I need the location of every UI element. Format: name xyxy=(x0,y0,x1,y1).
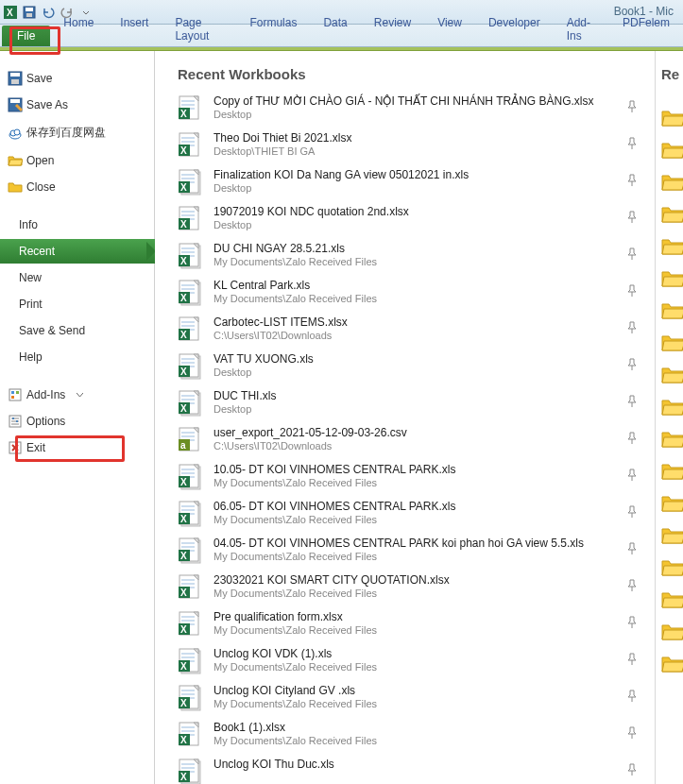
tab-view[interactable]: View xyxy=(424,12,475,46)
folder-icon[interactable] xyxy=(661,205,683,224)
folder-icon[interactable] xyxy=(661,398,683,417)
tab-home[interactable]: Home xyxy=(50,12,107,46)
pin-icon[interactable] xyxy=(624,689,640,704)
svg-rect-150 xyxy=(181,693,195,695)
pin-icon[interactable] xyxy=(624,320,640,335)
recent-item[interactable]: X 19072019 KOI NDC quotation 2nd.xlsx De… xyxy=(178,202,683,236)
tab-review[interactable]: Review xyxy=(361,12,424,46)
svg-rect-7 xyxy=(11,79,19,84)
folder-icon[interactable] xyxy=(661,141,683,160)
folder-icon[interactable] xyxy=(661,173,683,192)
recent-item[interactable]: X 10.05- DT KOI VINHOMES CENTRAL PARK.xl… xyxy=(178,460,683,494)
recent-item[interactable]: X DU CHI NGAY 28.5.21.xls My Documents\Z… xyxy=(178,239,683,273)
folder-icon[interactable] xyxy=(661,366,683,384)
pin-icon[interactable] xyxy=(624,578,640,593)
recent-item[interactable]: X Theo Doi Thiet Bi 2021.xlsx Desktop\TH… xyxy=(178,128,683,162)
sidebar-addins[interactable]: Add-Ins xyxy=(0,383,154,407)
sidebar-close[interactable]: Close xyxy=(0,175,154,199)
sidebar-exit[interactable]: Exit xyxy=(0,435,154,460)
pin-icon[interactable] xyxy=(624,173,640,188)
pin-icon[interactable] xyxy=(624,652,640,667)
tab-page-layout[interactable]: Page Layout xyxy=(162,12,236,46)
sidebar-save[interactable]: Save xyxy=(0,66,154,91)
pin-icon[interactable] xyxy=(624,468,640,483)
sidebar-save-as[interactable]: Save As xyxy=(0,93,154,117)
save-qat-icon[interactable] xyxy=(23,6,36,19)
folder-icon[interactable] xyxy=(661,109,683,128)
recent-item[interactable]: a user_export_2021-05-12-09-03-26.csv C:… xyxy=(178,423,683,457)
sidebar-recent[interactable]: Recent xyxy=(0,239,155,264)
folder-icon[interactable] xyxy=(661,526,683,545)
recent-item[interactable]: X KL Central Park.xls My Documents\Zalo … xyxy=(178,276,683,310)
recent-item-name: KL Central Park.xls xyxy=(213,279,377,293)
recent-item[interactable]: X Copy of THƯ MỜI CHÀO GIÁ - NỘI THẤT CH… xyxy=(178,92,683,126)
addins-dropdown-icon xyxy=(77,392,83,399)
pin-icon[interactable] xyxy=(624,136,640,151)
sidebar-print[interactable]: Print xyxy=(0,292,154,316)
tab-insert[interactable]: Insert xyxy=(107,12,162,46)
document-icon: X xyxy=(178,242,204,270)
tab-pdfelem[interactable]: PDFelem xyxy=(609,12,683,46)
folder-icon[interactable] xyxy=(661,622,683,641)
recent-item[interactable]: X 23032021 KOI SMART CITY QUOTATION.xlsx… xyxy=(178,571,683,605)
folder-icon[interactable] xyxy=(661,494,683,513)
pin-icon[interactable] xyxy=(624,762,640,777)
recent-item[interactable]: X Finalization KOI Da Nang GA view 05012… xyxy=(178,165,683,199)
folder-icon[interactable] xyxy=(661,590,683,609)
pin-icon[interactable] xyxy=(624,394,640,409)
recent-item-name: VAT TU XUONG.xls xyxy=(213,352,314,366)
recent-item[interactable]: X VAT TU XUONG.xls Desktop xyxy=(178,349,683,383)
sidebar-open[interactable]: Open xyxy=(0,148,154,173)
folder-icon[interactable] xyxy=(661,333,683,352)
recent-item[interactable]: X 04.05- DT KOI VINHOMES CENTRAL PARK ko… xyxy=(178,534,683,568)
svg-rect-134 xyxy=(181,620,195,622)
pin-icon[interactable] xyxy=(624,247,640,262)
sidebar-help-label: Help xyxy=(19,350,43,364)
recent-workbooks-heading: Recent Workbooks xyxy=(178,66,683,82)
tab-developer[interactable]: Developer xyxy=(475,12,554,46)
pin-icon[interactable] xyxy=(624,431,640,446)
svg-rect-95 xyxy=(181,432,195,434)
folder-icon[interactable] xyxy=(661,237,683,256)
pin-icon[interactable] xyxy=(624,541,640,556)
folder-icon[interactable] xyxy=(661,430,683,449)
pin-icon[interactable] xyxy=(624,99,640,114)
sidebar-help[interactable]: Help xyxy=(0,345,154,369)
sidebar-new[interactable]: New xyxy=(0,265,154,290)
pin-icon[interactable] xyxy=(624,210,640,225)
folder-icon[interactable] xyxy=(661,655,683,673)
pin-icon[interactable] xyxy=(624,504,640,520)
recent-item-name: Pre qualification form.xlsx xyxy=(213,610,377,624)
folder-icon[interactable] xyxy=(661,462,683,481)
sidebar-info[interactable]: Info xyxy=(0,213,154,237)
tab-data[interactable]: Data xyxy=(310,12,360,46)
recent-item[interactable]: X Book1 (1).xlsx My Documents\Zalo Recei… xyxy=(178,718,683,752)
recent-item[interactable]: X Unclog KOI VDK (1).xls My Documents\Za… xyxy=(178,644,683,678)
pin-icon[interactable] xyxy=(624,725,640,741)
pin-icon[interactable] xyxy=(624,283,640,298)
folder-icon[interactable] xyxy=(661,269,683,288)
svg-rect-133 xyxy=(181,616,195,618)
svg-text:X: X xyxy=(180,772,187,782)
recent-item[interactable]: X Unclog KOI Thu Duc.xls xyxy=(178,755,683,784)
recent-item[interactable]: X Unclog KOI Cityland GV .xls My Documen… xyxy=(178,681,683,715)
folder-icon[interactable] xyxy=(661,558,683,577)
tab-file[interactable]: File xyxy=(2,26,50,46)
svg-rect-35 xyxy=(181,141,195,143)
svg-rect-81 xyxy=(181,362,195,364)
recent-item[interactable]: X Carbotec-LIST ITEMS.xlsx C:\Users\IT02… xyxy=(178,313,683,347)
pin-icon[interactable] xyxy=(624,357,640,372)
pin-icon[interactable] xyxy=(624,615,640,630)
recent-item[interactable]: X 06.05- DT KOI VINHOMES CENTRAL PARK.xl… xyxy=(178,497,683,531)
tab-add-ins[interactable]: Add-Ins xyxy=(554,12,609,46)
svg-text:a: a xyxy=(180,440,186,451)
sidebar-save-send[interactable]: Save & Send xyxy=(0,318,154,343)
sidebar-options[interactable]: Options xyxy=(0,409,154,434)
recent-item-path: Desktop xyxy=(213,403,276,417)
recent-item[interactable]: X DUC THI.xls Desktop xyxy=(178,386,683,420)
tab-formulas[interactable]: Formulas xyxy=(236,12,310,46)
folder-icon[interactable] xyxy=(661,301,683,320)
sidebar-baidu[interactable]: 保存到百度网盘 xyxy=(0,119,154,146)
recent-item[interactable]: X Pre qualification form.xlsx My Documen… xyxy=(178,607,683,641)
svg-rect-142 xyxy=(181,656,195,658)
